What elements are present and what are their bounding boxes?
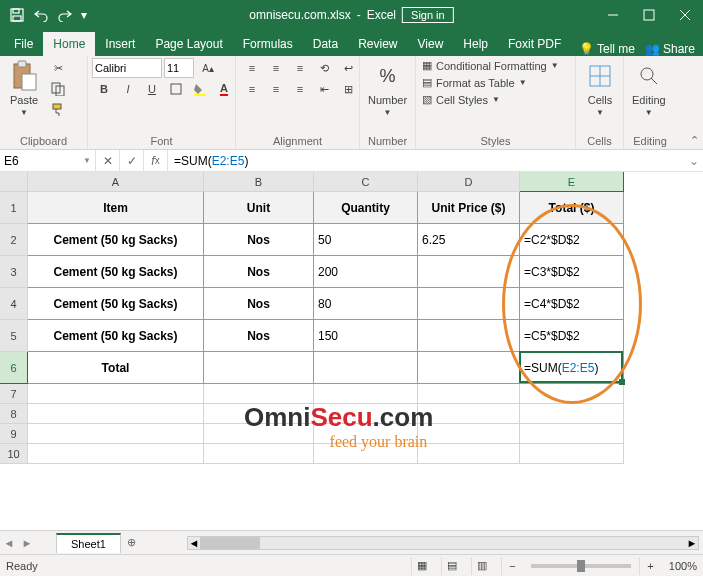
tab-home[interactable]: Home <box>43 32 95 56</box>
col-header-D[interactable]: D <box>418 172 520 192</box>
add-sheet-icon[interactable]: ⊕ <box>121 532 143 554</box>
cell-D7[interactable] <box>418 384 520 404</box>
cell-B2[interactable]: Nos <box>204 224 314 256</box>
close-icon[interactable] <box>667 0 703 30</box>
orientation-icon[interactable]: ⟲ <box>312 58 336 78</box>
cell-D9[interactable] <box>418 424 520 444</box>
col-header-B[interactable]: B <box>204 172 314 192</box>
cell-A10[interactable] <box>28 444 204 464</box>
cells-button[interactable]: Cells ▼ <box>580 58 620 119</box>
expand-formula-bar-icon[interactable]: ⌄ <box>685 150 703 171</box>
cell-E1[interactable]: Total ($) <box>520 192 624 224</box>
paste-button[interactable]: Paste ▼ <box>4 58 44 119</box>
decrease-indent-icon[interactable]: ⇤ <box>312 79 336 99</box>
cell-C9[interactable] <box>314 424 418 444</box>
col-header-E[interactable]: E <box>520 172 624 192</box>
share-button[interactable]: 👥 Share <box>645 42 695 56</box>
cell-B6[interactable] <box>204 352 314 384</box>
cell-D10[interactable] <box>418 444 520 464</box>
tab-insert[interactable]: Insert <box>95 32 145 56</box>
cell-E7[interactable] <box>520 384 624 404</box>
row-header-6[interactable]: 6 <box>0 352 28 384</box>
underline-icon[interactable]: U <box>140 79 164 99</box>
formula-input[interactable]: =SUM(E2:E5) <box>168 150 685 171</box>
cell-C10[interactable] <box>314 444 418 464</box>
cell-E10[interactable] <box>520 444 624 464</box>
font-color-icon[interactable]: A <box>212 79 236 99</box>
row-header-3[interactable]: 3 <box>0 256 28 288</box>
cell-A5[interactable]: Cement (50 kg Sacks) <box>28 320 204 352</box>
tab-file[interactable]: File <box>4 32 43 56</box>
cell-D1[interactable]: Unit Price ($) <box>418 192 520 224</box>
editing-button[interactable]: Editing ▼ <box>628 58 670 119</box>
cell-D4[interactable] <box>418 288 520 320</box>
cell-D2[interactable]: 6.25 <box>418 224 520 256</box>
tab-data[interactable]: Data <box>303 32 348 56</box>
cell-D8[interactable] <box>418 404 520 424</box>
number-format-button[interactable]: % Number ▼ <box>364 58 411 119</box>
increase-font-icon[interactable]: A▴ <box>196 58 220 78</box>
tab-page-layout[interactable]: Page Layout <box>145 32 232 56</box>
tab-view[interactable]: View <box>408 32 454 56</box>
merge-icon[interactable]: ⊞ <box>336 79 360 99</box>
cell-A3[interactable]: Cement (50 kg Sacks) <box>28 256 204 288</box>
format-as-table-button[interactable]: ▤Format as Table ▼ <box>420 75 529 90</box>
undo-icon[interactable] <box>30 4 52 26</box>
tab-foxit-pdf[interactable]: Foxit PDF <box>498 32 571 56</box>
cell-C2[interactable]: 50 <box>314 224 418 256</box>
tab-help[interactable]: Help <box>453 32 498 56</box>
tab-formulas[interactable]: Formulas <box>233 32 303 56</box>
cell-B3[interactable]: Nos <box>204 256 314 288</box>
tell-me-button[interactable]: 💡 Tell me <box>579 42 635 56</box>
cell-B8[interactable] <box>204 404 314 424</box>
copy-icon[interactable] <box>46 79 70 99</box>
row-header-4[interactable]: 4 <box>0 288 28 320</box>
row-header-2[interactable]: 2 <box>0 224 28 256</box>
cell-A4[interactable]: Cement (50 kg Sacks) <box>28 288 204 320</box>
cell-styles-button[interactable]: ▧Cell Styles ▼ <box>420 92 502 107</box>
cell-E5[interactable]: =C5*$D$2 <box>520 320 624 352</box>
align-center-icon[interactable]: ≡ <box>264 79 288 99</box>
cell-E4[interactable]: =C4*$D$2 <box>520 288 624 320</box>
maximize-icon[interactable] <box>631 0 667 30</box>
name-box-input[interactable] <box>4 154 83 168</box>
zoom-out-icon[interactable]: − <box>501 557 523 575</box>
enter-formula-icon[interactable]: ✓ <box>120 150 144 171</box>
conditional-formatting-button[interactable]: ▦Conditional Formatting ▼ <box>420 58 561 73</box>
format-painter-icon[interactable] <box>46 100 70 120</box>
cancel-formula-icon[interactable]: ✕ <box>96 150 120 171</box>
align-top-icon[interactable]: ≡ <box>240 58 264 78</box>
cell-C8[interactable] <box>314 404 418 424</box>
wrap-text-icon[interactable]: ↩ <box>336 58 360 78</box>
cell-C6[interactable] <box>314 352 418 384</box>
fill-color-icon[interactable] <box>188 79 212 99</box>
cell-B7[interactable] <box>204 384 314 404</box>
bold-icon[interactable]: B <box>92 79 116 99</box>
cell-C7[interactable] <box>314 384 418 404</box>
sheet-tab[interactable]: Sheet1 <box>56 533 121 553</box>
row-header-10[interactable]: 10 <box>0 444 28 464</box>
border-icon[interactable] <box>164 79 188 99</box>
cell-D6[interactable] <box>418 352 520 384</box>
cell-B10[interactable] <box>204 444 314 464</box>
row-header-9[interactable]: 9 <box>0 424 28 444</box>
row-header-7[interactable]: 7 <box>0 384 28 404</box>
row-header-5[interactable]: 5 <box>0 320 28 352</box>
col-header-A[interactable]: A <box>28 172 204 192</box>
page-break-view-icon[interactable]: ▥ <box>471 557 493 575</box>
cell-B5[interactable]: Nos <box>204 320 314 352</box>
cell-A6[interactable]: Total <box>28 352 204 384</box>
fx-icon[interactable]: fx <box>144 150 168 171</box>
zoom-slider[interactable] <box>531 564 631 568</box>
cell-D3[interactable] <box>418 256 520 288</box>
align-left-icon[interactable]: ≡ <box>240 79 264 99</box>
cell-A1[interactable]: Item <box>28 192 204 224</box>
zoom-in-icon[interactable]: + <box>639 557 661 575</box>
normal-view-icon[interactable]: ▦ <box>411 557 433 575</box>
minimize-icon[interactable] <box>595 0 631 30</box>
cell-A8[interactable] <box>28 404 204 424</box>
horizontal-scrollbar[interactable]: ◄ ► <box>187 536 699 550</box>
cell-C4[interactable]: 80 <box>314 288 418 320</box>
cell-B9[interactable] <box>204 424 314 444</box>
row-header-8[interactable]: 8 <box>0 404 28 424</box>
